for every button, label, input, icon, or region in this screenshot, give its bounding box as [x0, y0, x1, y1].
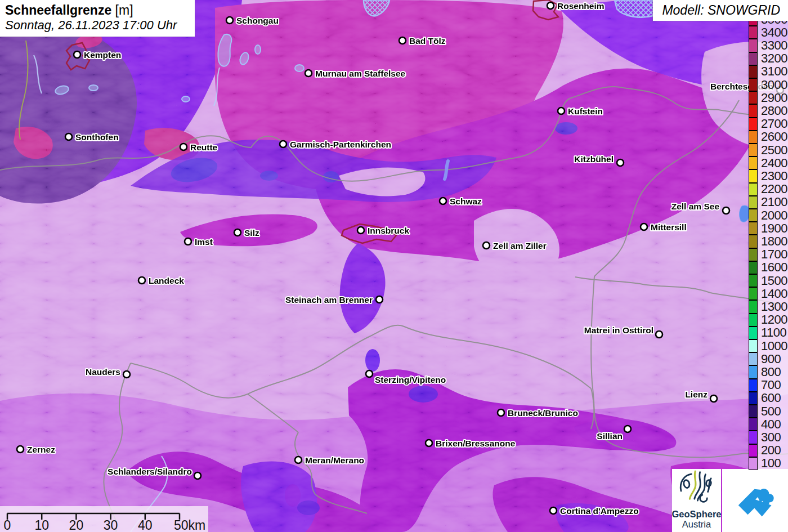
city-marker: Garmisch-Partenkirchen — [280, 140, 391, 149]
city-dot — [440, 198, 446, 204]
hillshade-texture — [0, 0, 788, 532]
city-dot — [357, 227, 364, 234]
city-dot — [723, 207, 729, 214]
mountain-cloud-icon — [732, 477, 779, 524]
city-marker: Murnau am Staffelsee — [305, 69, 406, 78]
colorbar-tick-label: 1300 — [761, 300, 787, 313]
colorbar-swatch — [749, 352, 758, 365]
city-label: Silz — [244, 228, 259, 238]
colorbar-swatch — [749, 444, 758, 457]
colorbar-tick-label: 1500 — [761, 274, 787, 287]
colorbar-tick-label: 2900 — [761, 91, 787, 104]
city-label: Murnau am Staffelsee — [315, 69, 406, 78]
scale-tick-label: 30 — [104, 518, 118, 532]
city-dot — [498, 409, 504, 416]
city-dot — [710, 395, 717, 402]
colorbar-tick-label: 600 — [761, 392, 781, 405]
city-label: Sillian — [597, 431, 623, 441]
city-dot — [547, 2, 554, 9]
geosphere-contour-icon — [677, 469, 717, 508]
city-label: Schwaz — [450, 196, 482, 206]
colorbar-swatch — [749, 52, 758, 65]
city-label: Bruneck/Brunico — [508, 408, 578, 418]
city-dot — [656, 331, 662, 338]
city-dot — [624, 426, 631, 432]
title-unit: [m] — [115, 3, 133, 17]
colorbar-tick-label: 2600 — [761, 131, 787, 144]
colorbar-tick-label: 1100 — [761, 327, 786, 339]
city-dot — [376, 296, 383, 303]
colorbar-swatch — [749, 418, 758, 431]
city-label: Sonthofen — [75, 132, 119, 142]
scale-tick-label: 20 — [69, 518, 84, 532]
colorbar-tick-label: 3100 — [761, 65, 787, 78]
colorbar-tick-label: 700 — [761, 379, 781, 392]
colorbar-swatch — [749, 78, 758, 91]
colorbar-swatch — [749, 104, 758, 117]
scale-tick-label: 50km — [174, 518, 205, 532]
city-label: Steinach am Brenner — [285, 295, 373, 305]
colorbar-tick-label: 2300 — [761, 169, 787, 182]
city-label: Bad Tölz — [409, 36, 446, 46]
colorbar-tick-label: 1200 — [761, 314, 787, 327]
city-label: Matrei in Osttirol — [584, 325, 653, 335]
city-label: Rosenheim — [557, 1, 605, 11]
colorbar-labels: 3500340033003200310030002900280027002600… — [761, 13, 788, 470]
colorbar-swatch — [749, 169, 758, 182]
city-label: Innsbruck — [368, 226, 409, 235]
city-marker: Cortina d'Ampezzo — [550, 506, 639, 516]
colorbar-tick-label: 1000 — [761, 339, 787, 352]
colorbar-tick-label: 3400 — [761, 26, 787, 39]
colorbar-swatch — [749, 157, 758, 169]
colorbar-swatch — [749, 327, 758, 339]
city-marker: Meran/Merano — [295, 455, 364, 465]
colorbar-swatch — [749, 339, 758, 352]
city-dot — [65, 133, 72, 140]
city-label: Mittersill — [651, 222, 687, 232]
colorbar-swatch — [749, 144, 758, 157]
colorbar-swatch — [749, 300, 758, 313]
city-label: Schongau — [236, 16, 279, 25]
city-marker: Steinach am Brenner — [285, 295, 383, 305]
city-dot — [138, 277, 145, 284]
colorbar-tick-label: 3200 — [761, 52, 787, 65]
colorbar-tick-label: 800 — [761, 365, 781, 378]
city-label: Zell am See — [671, 202, 720, 211]
city-dot — [399, 37, 406, 44]
colorbar-swatch — [749, 379, 758, 392]
city-label: Zernez — [27, 445, 55, 454]
colorbar-tick-label: 400 — [761, 418, 781, 431]
colorbar-tick-label: 1900 — [761, 222, 787, 235]
city-marker: Silz — [234, 228, 259, 238]
city-dot — [483, 242, 490, 249]
scale-bar-ticks: 01020304050km — [4, 513, 206, 532]
city-dot — [305, 70, 312, 77]
scale-bar: 01020304050km — [0, 506, 208, 532]
map-title-box: Schneefallgrenze [m] Sonntag, 26.11.2023… — [0, 0, 195, 37]
colorbar-tick-label: 3000 — [761, 78, 787, 91]
colorbar-swatch — [749, 131, 758, 144]
colorbar-tick-label: 1700 — [761, 248, 787, 261]
city-label: Garmisch-Partenkirchen — [290, 140, 391, 149]
colorbar-tick-label: 2400 — [761, 157, 787, 169]
city-marker: Bruneck/Brunico — [498, 408, 578, 418]
city-dot — [617, 159, 624, 166]
city-dot — [74, 51, 80, 58]
city-dot — [558, 108, 565, 114]
snowfall-limit-map: SchongauBad TölzRosenheimKemptenMurnau a… — [0, 0, 788, 532]
colorbar-tick-label: 2100 — [761, 196, 787, 209]
geosphere-name: GeoSphere — [671, 509, 721, 519]
partner-logo-box — [722, 469, 788, 532]
city-label: Zell am Ziller — [493, 241, 547, 251]
city-dot — [194, 472, 201, 479]
colorbar-tick-label: 500 — [761, 405, 781, 418]
scale-bar-ruler: 01020304050km — [0, 506, 208, 532]
colorbar-tick-label: 1800 — [761, 235, 787, 248]
colorbar-swatch — [749, 118, 758, 131]
colorbar-swatch — [749, 365, 758, 378]
scale-tick-label: 0 — [4, 518, 11, 532]
colorbar-swatch — [749, 26, 758, 39]
colorbar-tick-label: 200 — [761, 444, 781, 457]
city-dot — [17, 446, 24, 453]
city-dot — [295, 457, 302, 463]
